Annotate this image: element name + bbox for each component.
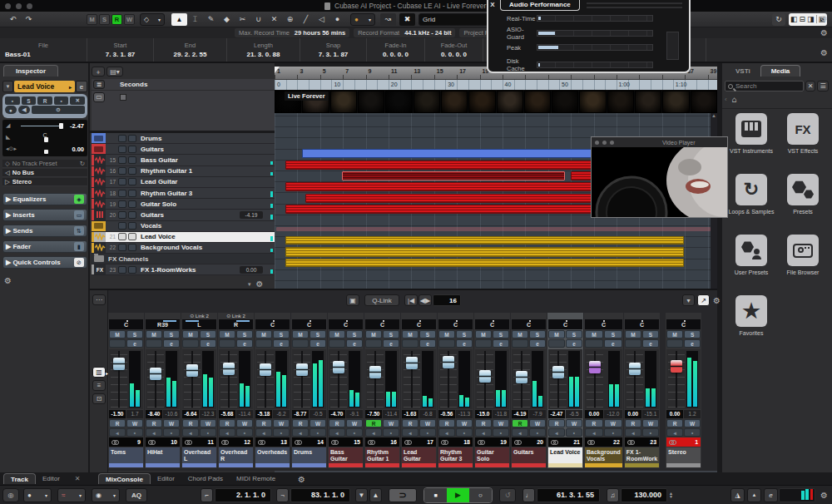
channel-monitor-button[interactable]: ◂	[365, 428, 382, 437]
channel-mute-button[interactable]: M	[146, 330, 162, 338]
mixer-channel-lead-guitar[interactable]: CMSe-1.63-6.8RW◂•17Lead Guitar	[401, 313, 437, 468]
tab-chord-pads[interactable]: Chord Pads	[181, 473, 230, 484]
inspector-section-sends[interactable]: ▶ Sends⇅	[2, 225, 87, 237]
channel-edit-button[interactable]: e	[273, 339, 290, 348]
media-tile-favorites[interactable]: ★Favorites	[726, 295, 777, 336]
channel-name[interactable]: Toms	[109, 447, 143, 467]
tempo-display[interactable]: 130.000	[621, 488, 667, 502]
tool-play-icon[interactable]: ◁	[314, 13, 329, 26]
auto-quantize-button[interactable]: AQ	[126, 488, 147, 502]
metronome-icon[interactable]: ◮	[730, 488, 745, 502]
info-col-file[interactable]: FileBass-01	[0, 38, 87, 62]
channel-name[interactable]: Rhythm Guitar 1	[365, 447, 399, 467]
channel-read-button[interactable]: R	[329, 419, 345, 427]
channel-solo-button[interactable]: S	[163, 330, 180, 338]
channel-mute-button[interactable]: M	[292, 330, 309, 338]
channel-monitor-button[interactable]: ◂	[666, 428, 683, 437]
channel-peak-value[interactable]: 1.7	[126, 410, 143, 418]
channel-solo-button[interactable]: S	[642, 330, 659, 338]
home-icon[interactable]: ⌂	[732, 95, 737, 104]
channel-name[interactable]: Overhead L	[182, 447, 216, 467]
channel-solo-button[interactable]: S	[236, 330, 253, 338]
channel-fader[interactable]	[182, 349, 216, 409]
channel-peak-value[interactable]: -9.1	[346, 410, 363, 418]
channel-volume-value[interactable]: 0.00	[625, 410, 641, 418]
channel-edit-button[interactable]: e	[236, 339, 253, 348]
position-display[interactable]: 61. 3. 1. 55	[537, 488, 600, 502]
channel-volume-value[interactable]: 0.00	[666, 410, 683, 418]
channel-mute-button[interactable]: M	[585, 330, 603, 338]
channel-name[interactable]: Overheads	[255, 447, 290, 467]
timebase-icon[interactable]: ⊙	[32, 106, 85, 114]
sends-icon[interactable]: ⇅	[74, 226, 84, 235]
channel-fader[interactable]	[219, 349, 253, 409]
freeze-icon[interactable]: ✕	[70, 96, 85, 105]
inspector-setup-gear-icon[interactable]: ⚙	[4, 276, 12, 285]
channel-monitor-button[interactable]: ◂	[512, 428, 528, 437]
channel-volume-value[interactable]: -7.50	[365, 410, 382, 418]
channel-solo-button[interactable]: S	[684, 330, 701, 338]
channel-monitor-button[interactable]: ◂	[219, 428, 235, 437]
mixer-channel-guitar-solo[interactable]: CMSe-15.0-11.8RW◂•19Guitar Solo	[474, 313, 510, 468]
track-visibility-icon[interactable]: ▤▾	[106, 67, 123, 77]
channel-peak-value[interactable]: -6.8	[419, 410, 436, 418]
link-group-icon[interactable]: ▣	[346, 294, 359, 306]
inspector-section-fader[interactable]: ▶ Fader▮	[2, 240, 87, 253]
channel-listen-button[interactable]	[365, 339, 382, 348]
channel-record-button[interactable]: •	[642, 428, 659, 437]
left-locator-value[interactable]: 2. 1. 1. 0	[215, 488, 271, 502]
clip-bg-vocals-part1[interactable]	[285, 247, 684, 257]
channel-read-button[interactable]: R	[219, 419, 235, 427]
close-editor-icon[interactable]: ✕	[75, 475, 81, 482]
fader-handle[interactable]	[150, 368, 161, 380]
channel-monitor-button[interactable]: ◂	[625, 428, 641, 437]
info-col-start[interactable]: Start7. 3. 1. 87	[87, 38, 154, 62]
goto-first-icon[interactable]: |◀	[404, 294, 418, 306]
zoom-window-icon[interactable]	[27, 3, 32, 9]
audio-record-mode-dropdown[interactable]: ≈▾	[57, 488, 86, 502]
channel-monitor-button[interactable]: ◂	[548, 428, 565, 437]
tempo-icon[interactable]: ♫	[607, 488, 619, 502]
punch-out-icon[interactable]: ▲	[369, 488, 382, 502]
close-panel-icon[interactable]: X	[488, 1, 498, 8]
qlink-button[interactable]: Q-Link	[364, 294, 399, 306]
input-routing-row[interactable]: ◁ No Bus	[2, 169, 87, 177]
automation-w-button[interactable]: W	[124, 14, 135, 25]
channel-read-button[interactable]: R	[109, 419, 126, 427]
tab-mixconsole[interactable]: MixConsole	[98, 473, 151, 484]
info-col-length[interactable]: Length21. 3. 0. 88	[227, 38, 300, 62]
search-input[interactable]: Search	[725, 81, 804, 91]
channel-fader[interactable]	[512, 349, 546, 409]
channel-read-button[interactable]: R	[475, 419, 492, 427]
mixer-view-meters-icon[interactable]: ⊡	[92, 393, 106, 404]
tab-vsti[interactable]: VSTi	[726, 65, 760, 77]
output-routing-row[interactable]: ▷ Stereo	[2, 178, 87, 186]
pan-control[interactable]: C	[666, 319, 701, 329]
scroll-channels-icon[interactable]: ◀▶	[418, 294, 432, 306]
track-solo-button[interactable]	[128, 156, 136, 164]
channel-fader[interactable]	[625, 349, 659, 409]
channel-mute-button[interactable]: M	[438, 330, 455, 338]
channel-listen-button[interactable]	[548, 339, 565, 348]
tool-color-icon[interactable]: ●	[329, 13, 345, 26]
channel-monitor-button[interactable]: ◂	[475, 428, 492, 437]
tab-inspector[interactable]: Inspector	[3, 65, 58, 77]
pan-fine-handle[interactable]	[44, 150, 48, 154]
pan-control[interactable]: R	[219, 319, 253, 329]
tab-editor[interactable]: Editor	[36, 473, 67, 484]
channel-read-button[interactable]: R	[625, 419, 641, 427]
channel-name[interactable]: Overhead R	[219, 447, 253, 467]
channel-write-button[interactable]: W	[684, 419, 701, 427]
channel-solo-button[interactable]: S	[493, 330, 509, 338]
tab-media[interactable]: Media	[760, 65, 801, 77]
channel-record-button[interactable]: •	[456, 428, 473, 437]
channel-listen-button[interactable]	[438, 339, 455, 348]
channel-volume-value[interactable]: -4.70	[329, 410, 345, 418]
channel-record-button[interactable]: •	[126, 428, 143, 437]
tab-editor[interactable]: Editor	[151, 473, 181, 484]
track-row-background-vocals[interactable]: 22Background Vocals	[92, 243, 275, 254]
volume-slider[interactable]	[21, 126, 62, 126]
time-ruler[interactable]: 010203040501:001:10	[275, 80, 717, 90]
track-solo-button[interactable]	[128, 211, 136, 219]
channel-edit-button[interactable]: e	[383, 339, 399, 348]
